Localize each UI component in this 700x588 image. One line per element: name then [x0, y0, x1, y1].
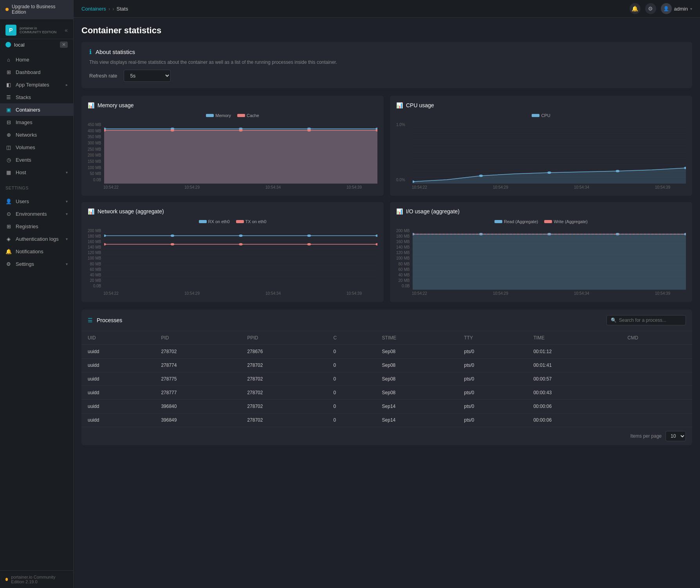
- y-label: 60 MB: [88, 267, 101, 272]
- cell-cmd: [621, 345, 692, 359]
- sidebar-item-label: Networks: [16, 132, 37, 138]
- sidebar-item-notifications[interactable]: 🔔 Notifications: [0, 245, 73, 258]
- sidebar-item-home[interactable]: ⌂ Home: [0, 53, 73, 66]
- sidebar-item-label: Events: [16, 157, 31, 163]
- network-chart-legend: RX on eth0 TX on eth0: [88, 219, 377, 224]
- sidebar-item-label: Settings: [16, 261, 34, 267]
- x-label: 10:54:29: [184, 185, 200, 189]
- cell-time: 00:01:12: [527, 345, 621, 359]
- notifications-bell-button[interactable]: 🔔: [630, 3, 640, 14]
- sidebar-item-host[interactable]: ▦ Host ▾: [0, 166, 73, 179]
- memory-chart-container: 450 MB 400 MB 350 MB 300 MB 250 MB 200 M…: [88, 121, 377, 184]
- cell-cmd: [621, 372, 692, 386]
- svg-point-43: [104, 234, 106, 237]
- y-label: 100 MB: [88, 256, 101, 260]
- svg-point-45: [239, 234, 243, 237]
- memory-chart-legend: Memory Cache: [88, 113, 377, 118]
- sidebar-item-stacks[interactable]: ☰ Stacks: [0, 91, 73, 103]
- cell-tty: pts/0: [458, 413, 527, 427]
- sidebar-collapse-button[interactable]: «: [65, 27, 68, 33]
- y-label: 400 MB: [88, 129, 101, 133]
- sidebar-item-environments[interactable]: ⊙ Environments ▾: [0, 207, 73, 220]
- cpu-y-axis: 1.0% 0.0%: [396, 121, 405, 184]
- y-label: 80 MB: [396, 262, 410, 266]
- environment-name: local: [14, 42, 25, 48]
- cell-c: 0: [327, 345, 375, 359]
- cell-c: 0: [327, 413, 375, 427]
- user-name: admin: [674, 6, 688, 12]
- y-label: 80 MB: [88, 262, 101, 266]
- main-content: Containers › › Stats 🔔 ⚙ 👤 admin ▾ Conta…: [74, 0, 700, 588]
- refresh-rate-select[interactable]: 1s 2s 5s 10s 30s: [124, 70, 171, 82]
- about-statistics-card: ℹ About statistics This view displays re…: [81, 42, 692, 88]
- breadcrumb-containers-link[interactable]: Containers: [81, 6, 106, 12]
- processes-table-head: UID PID PPID C STIME TTY TIME CMD: [81, 331, 692, 345]
- svg-point-15: [171, 129, 175, 132]
- sidebar-item-images[interactable]: ⊟ Images: [0, 116, 73, 128]
- tx-legend-item: TX on eth0: [236, 219, 267, 224]
- sidebar-item-events[interactable]: ◷ Events: [0, 153, 73, 166]
- sidebar-item-label: App Templates: [16, 82, 49, 88]
- sidebar-item-label: Authentication logs: [16, 236, 59, 242]
- sidebar-item-label: Users: [16, 198, 29, 204]
- sidebar-item-label: Environments: [16, 211, 47, 217]
- memory-x-axis: 10:54:22 10:54:29 10:54:34 10:54:39: [88, 184, 377, 189]
- upgrade-banner[interactable]: Upgrade to Business Edition: [0, 0, 73, 19]
- user-menu-button[interactable]: 👤 admin ▾: [661, 3, 692, 14]
- process-search-input[interactable]: [619, 317, 682, 323]
- sidebar-item-registries[interactable]: ⊞ Registries: [0, 220, 73, 233]
- items-per-page-select[interactable]: 10 25 50: [666, 431, 686, 441]
- x-label: 10:54:22: [412, 185, 427, 189]
- x-label: 10:54:22: [412, 291, 427, 296]
- settings-nav-section: 👤 Users ▾ ⊙ Environments ▾ ⊞ Registries …: [0, 192, 73, 273]
- col-time: TIME: [527, 331, 621, 345]
- cell-time: 00:00:06: [527, 413, 621, 427]
- cell-time: 00:00:57: [527, 372, 621, 386]
- col-ppid: PPID: [241, 331, 327, 345]
- cache-legend-item: Cache: [237, 113, 259, 118]
- cell-stime: Sep14: [376, 400, 458, 413]
- read-legend-label: Read (Aggregate): [504, 219, 538, 224]
- sidebar-item-label: Registries: [16, 224, 38, 229]
- sidebar-item-networks[interactable]: ⊕ Networks: [0, 128, 73, 141]
- svg-point-17: [307, 129, 311, 132]
- network-chart-title: Network usage (aggregate): [97, 208, 164, 215]
- upgrade-dot: [5, 8, 9, 11]
- memory-chart-header: 📊 Memory usage: [88, 102, 377, 108]
- chevron-down-icon: ▾: [66, 212, 68, 216]
- logo-text: portainer.io COMMUNITY EDITION: [20, 26, 56, 34]
- sidebar-item-label: Containers: [16, 107, 40, 113]
- io-usage-chart-card: 📊 I/O usage (aggregate) Read (Aggregate)…: [390, 202, 692, 302]
- svg-point-30: [547, 171, 551, 174]
- sidebar-item-dashboard[interactable]: ⊞ Dashboard: [0, 66, 73, 78]
- cell-uid: uuidd: [81, 345, 155, 359]
- io-chart-header: 📊 I/O usage (aggregate): [396, 208, 686, 215]
- write-legend-item: Write (Aggregate): [544, 219, 588, 224]
- sidebar-item-volumes[interactable]: ◫ Volumes: [0, 141, 73, 153]
- svg-point-49: [171, 243, 175, 245]
- sidebar-item-auth-logs[interactable]: ◈ Authentication logs ▾: [0, 233, 73, 245]
- cell-stime: Sep08: [376, 359, 458, 372]
- topbar-actions: 🔔 ⚙ 👤 admin ▾: [630, 3, 692, 14]
- chart-bar-icon: 📊: [88, 208, 94, 215]
- environment-close-button[interactable]: ✕: [60, 41, 68, 48]
- processes-table: UID PID PPID C STIME TTY TIME CMD uuidd2…: [81, 331, 692, 427]
- x-label: 10:54:29: [493, 291, 508, 296]
- settings-gear-button[interactable]: ⚙: [645, 3, 656, 14]
- y-label: 0.0%: [396, 178, 405, 182]
- svg-point-47: [375, 234, 377, 237]
- x-label: 10:54:34: [574, 185, 589, 189]
- sidebar-item-app-templates[interactable]: ◧ App Templates ▸: [0, 78, 73, 91]
- portainer-logo-icon: P: [5, 25, 16, 36]
- y-label: 140 MB: [88, 245, 101, 249]
- charts-grid: 📊 Memory usage Memory Cache 450 MB: [81, 96, 692, 302]
- about-title: About statistics: [96, 49, 135, 55]
- y-label: 200 MB: [396, 229, 410, 233]
- col-cmd: CMD: [621, 331, 692, 345]
- y-label: 300 MB: [88, 141, 101, 145]
- sidebar-item-settings[interactable]: ⚙ Settings ▾: [0, 258, 73, 270]
- cache-legend-dot: [237, 114, 245, 117]
- about-header: ℹ About statistics: [89, 48, 684, 56]
- sidebar-item-users[interactable]: 👤 Users ▾: [0, 195, 73, 207]
- sidebar-item-containers[interactable]: ▣ Containers: [0, 103, 73, 116]
